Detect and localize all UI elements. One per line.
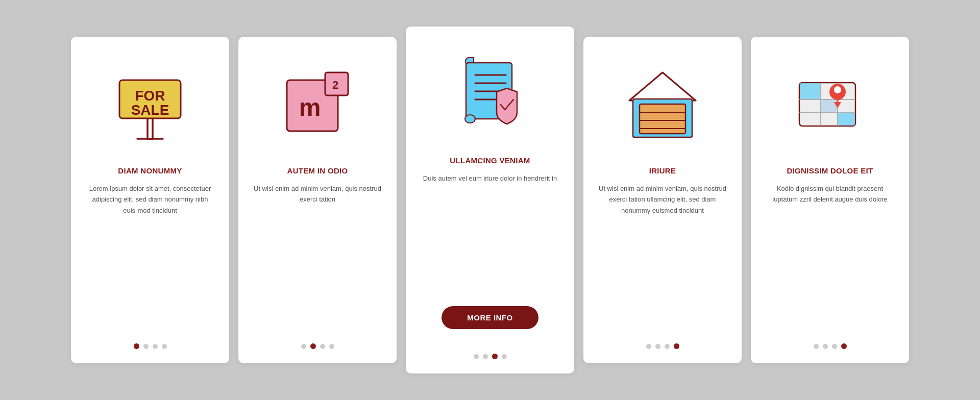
svg-point-30 xyxy=(834,86,841,93)
card-3-text: Duis autem vel eum iriure dolor in hendr… xyxy=(423,173,557,296)
card-5-dots xyxy=(814,343,847,349)
svg-text:m: m xyxy=(299,94,321,121)
dot xyxy=(310,343,316,349)
svg-point-10 xyxy=(465,115,475,123)
svg-marker-15 xyxy=(629,72,696,101)
card-5-text: Kodio dignissim qui blandit praesent lup… xyxy=(765,183,895,331)
dot xyxy=(143,344,149,349)
dot xyxy=(823,344,828,349)
card-3-title: ULLAMCING VENIAM xyxy=(450,156,530,165)
card-5: DIGNISSIM DOLOE EIT Kodio dignissim qui … xyxy=(751,37,909,363)
card-2-title: AUTEM IN ODIO xyxy=(287,166,348,175)
dot xyxy=(329,344,334,349)
card-1-title: DIAM NONUMMY xyxy=(118,166,182,175)
dot xyxy=(320,344,325,349)
garage-icon xyxy=(598,52,727,154)
dot xyxy=(492,354,498,359)
card-1-dots xyxy=(134,343,167,349)
dot xyxy=(502,354,507,359)
card-4-text: Ut wisi enim ad minim veniam, quis nostr… xyxy=(598,183,727,331)
card-3: ULLAMCING VENIAM Duis autem vel eum iriu… xyxy=(406,27,574,373)
dot xyxy=(474,354,479,359)
map-pin-icon xyxy=(765,52,895,154)
svg-text:SALE: SALE xyxy=(131,102,169,118)
dot xyxy=(483,354,488,359)
card-4: IRIURE Ut wisi enim ad minim veniam, qui… xyxy=(583,37,742,363)
card-1: FOR SALE DIAM NONUMMY Lorem ipsum dolor … xyxy=(71,37,229,363)
svg-rect-26 xyxy=(800,83,820,99)
card-2: m 2 AUTEM IN ODIO Ut wisi enim ad minim … xyxy=(238,37,397,363)
dot xyxy=(832,344,837,349)
dot xyxy=(162,344,167,349)
for-sale-icon: FOR SALE xyxy=(85,52,215,154)
svg-text:FOR: FOR xyxy=(135,88,165,104)
cards-container: FOR SALE DIAM NONUMMY Lorem ipsum dolor … xyxy=(0,27,980,373)
card-3-dots xyxy=(474,354,507,359)
dot xyxy=(153,344,158,349)
card-4-title: IRIURE xyxy=(649,166,676,175)
document-shield-icon xyxy=(420,42,560,144)
dot xyxy=(665,344,670,349)
svg-rect-17 xyxy=(640,104,685,134)
svg-text:2: 2 xyxy=(332,79,338,91)
dot xyxy=(134,343,139,349)
dot xyxy=(646,344,651,349)
dot xyxy=(674,343,679,349)
more-info-button[interactable]: MORE INFO xyxy=(442,306,538,329)
card-1-text: Lorem ipsum dolor sit amet, consectetuer… xyxy=(85,183,215,331)
card-2-text: Ut wisi enim ad minim veniam, quis nostr… xyxy=(253,183,382,331)
card-4-dots xyxy=(646,343,679,349)
svg-rect-27 xyxy=(838,113,855,126)
card-5-title: DIGNISSIM DOLOE EIT xyxy=(787,166,873,175)
dot xyxy=(841,343,847,349)
card-2-dots xyxy=(301,343,334,349)
dot xyxy=(655,344,660,349)
svg-rect-28 xyxy=(821,100,837,112)
dot xyxy=(814,344,819,349)
svg-rect-0 xyxy=(148,116,153,139)
sqm-icon: m 2 xyxy=(253,52,382,154)
dot xyxy=(301,344,306,349)
